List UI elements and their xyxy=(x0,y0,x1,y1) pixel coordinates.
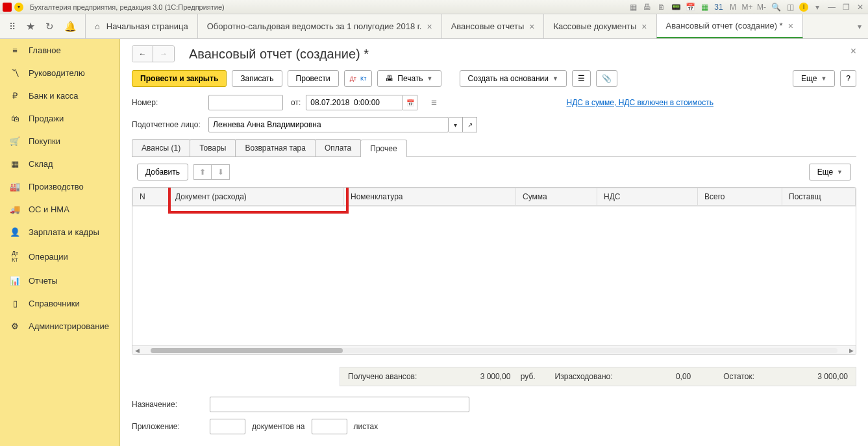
sidebar-item-catalogs[interactable]: ▯Справочники xyxy=(0,292,119,315)
sidebar-item-operations[interactable]: ДтКтОперации xyxy=(0,243,119,269)
print-button[interactable]: 🖶Печать▼ xyxy=(377,70,441,87)
page-close-icon[interactable]: × xyxy=(850,45,856,57)
purpose-input[interactable] xyxy=(210,397,469,412)
attach-button[interactable]: 📎 xyxy=(596,70,617,87)
notifications-icon[interactable]: 🔔 xyxy=(64,21,77,32)
col-doc[interactable]: Документ (расхода) xyxy=(169,188,344,206)
subtab-payment[interactable]: Оплата xyxy=(315,139,361,156)
tab-0-close-icon[interactable]: × xyxy=(427,21,432,32)
favorites-icon[interactable]: ★ xyxy=(26,20,35,32)
boxes-icon: ▦ xyxy=(9,159,21,169)
post-and-close-button[interactable]: Провести и закрыть xyxy=(132,70,227,87)
sidebar-item-assets[interactable]: 🚚ОС и НМА xyxy=(0,198,119,221)
more-button[interactable]: Еще▼ xyxy=(793,70,835,87)
tab-1-close-icon[interactable]: × xyxy=(529,21,534,32)
bars-icon: 📊 xyxy=(9,276,21,286)
maximize-icon[interactable]: ❐ xyxy=(841,2,851,12)
tab-3-close-icon[interactable]: × xyxy=(788,21,793,31)
move-up-button[interactable]: ⬆ xyxy=(193,164,212,180)
tab-2-label: Кассовые документы xyxy=(553,21,636,31)
sidebar-item-production[interactable]: 🏭Производство xyxy=(0,175,119,198)
post-button[interactable]: Провести xyxy=(288,70,339,87)
from-label: от: xyxy=(291,98,301,107)
col-total[interactable]: Всего xyxy=(698,188,782,206)
person-open-button[interactable]: ↗ xyxy=(463,117,477,132)
grid-icon[interactable]: ▦ xyxy=(699,2,710,12)
vat-link[interactable]: НДС в сумме, НДС включен в стоимость xyxy=(566,98,713,107)
add-button[interactable]: Добавить xyxy=(137,164,188,180)
search-doc-icon[interactable]: 🗎 xyxy=(656,2,667,12)
tab-2[interactable]: Кассовые документы × xyxy=(543,14,656,38)
calendar-icon[interactable]: 📅 xyxy=(685,2,695,12)
help-button[interactable]: ? xyxy=(840,70,856,87)
number-input[interactable] xyxy=(208,95,283,110)
sidebar-item-hr[interactable]: 👤Зарплата и кадры xyxy=(0,221,119,243)
subtab-packaging[interactable]: Возвратная тара xyxy=(235,139,316,156)
list-icon[interactable]: ☰ xyxy=(427,95,441,110)
col-vat[interactable]: НДС xyxy=(597,188,698,206)
subtab-advances[interactable]: Авансы (1) xyxy=(132,139,190,156)
col-n[interactable]: N xyxy=(133,188,169,206)
tab-1-label: Авансовые отчеты xyxy=(451,21,525,31)
calc-icon[interactable]: 📟 xyxy=(671,2,681,12)
sidebar-item-purchases[interactable]: 🛒Покупки xyxy=(0,130,119,153)
apps-icon[interactable]: ⠿ xyxy=(9,21,16,32)
scroll-thumb[interactable] xyxy=(151,348,343,353)
person-label: Подотчетное лицо: xyxy=(132,120,203,129)
panel-icon[interactable]: ◫ xyxy=(785,2,795,12)
structure-button[interactable]: ☰ xyxy=(572,70,591,87)
history-icon[interactable]: ↻ xyxy=(45,21,54,32)
balance-value: 3 000,00 xyxy=(817,372,848,381)
print-icon[interactable]: 🖶 xyxy=(642,2,652,12)
sidebar-label-8: Зарплата и кадры xyxy=(29,227,99,237)
tab-0[interactable]: Оборотно-сальдовая ведомость за 1 полуго… xyxy=(197,14,442,38)
grid-scrollbar[interactable]: ◀ ▶ xyxy=(132,345,856,354)
subtab-goods[interactable]: Товары xyxy=(190,139,236,156)
toolbar-icon-1[interactable]: ▦ xyxy=(628,2,638,12)
sidebar-item-reports[interactable]: 📊Отчеты xyxy=(0,269,119,292)
nav-back-button[interactable]: ← xyxy=(132,46,153,62)
m-plus-btn[interactable]: M+ xyxy=(742,2,752,12)
grid-body[interactable] xyxy=(132,206,856,345)
sidebar-item-bank[interactable]: ₽Банк и касса xyxy=(0,84,119,107)
info-icon[interactable]: i xyxy=(799,3,808,12)
zoom-icon[interactable]: 🔍 xyxy=(771,2,781,12)
col-sum[interactable]: Сумма xyxy=(516,188,597,206)
sidebar-item-manager[interactable]: 〽Руководителю xyxy=(0,62,119,84)
scroll-left-icon[interactable]: ◀ xyxy=(132,347,142,354)
scroll-right-icon[interactable]: ▶ xyxy=(847,347,856,354)
move-down-button[interactable]: ⬇ xyxy=(212,164,230,180)
tab-2-close-icon[interactable]: × xyxy=(641,21,647,32)
m-btn[interactable]: M xyxy=(728,2,738,12)
sheets-count-input[interactable] xyxy=(312,419,347,434)
minimize-icon[interactable]: — xyxy=(826,2,837,12)
sidebar-item-warehouse[interactable]: ▦Склад xyxy=(0,153,119,175)
col-nomen[interactable]: Номенклатура xyxy=(344,188,516,206)
date-input[interactable] xyxy=(306,95,403,110)
sidebar-item-admin[interactable]: ⚙Администрирование xyxy=(0,315,119,338)
tab-3[interactable]: Авансовый отчет (создание) * × xyxy=(656,14,803,38)
tab-1[interactable]: Авансовые отчеты × xyxy=(441,14,545,38)
app-dropdown-icon[interactable]: ▾ xyxy=(14,3,23,12)
sidebar-label-11: Справочники xyxy=(29,299,80,308)
dtkt-button[interactable]: ДтКт xyxy=(344,70,373,87)
person-input[interactable] xyxy=(208,117,449,132)
close-icon[interactable]: ✕ xyxy=(855,2,865,12)
write-button[interactable]: Записать xyxy=(232,70,282,87)
person-dropdown-button[interactable]: ▾ xyxy=(449,117,463,132)
tabbar-menu-icon[interactable]: ▾ xyxy=(858,22,862,31)
m-minus-btn[interactable]: M- xyxy=(756,2,767,12)
sidebar-item-sales[interactable]: 🛍Продажи xyxy=(0,107,119,130)
info-dd-icon[interactable]: ▾ xyxy=(812,2,823,12)
nav-forward-button[interactable]: → xyxy=(153,46,174,62)
create-based-button[interactable]: Создать на основании▼ xyxy=(460,70,567,87)
tab-home[interactable]: ⌂ Начальная страница xyxy=(85,14,198,38)
sub-more-button[interactable]: Еще▼ xyxy=(809,164,851,180)
docs-count-input[interactable] xyxy=(210,419,245,434)
calendar-button[interactable]: 📅 xyxy=(403,95,417,110)
subtab-other[interactable]: Прочее xyxy=(360,140,406,157)
sidebar-item-main[interactable]: ≡Главное xyxy=(0,39,119,62)
col-supplier[interactable]: Поставщ xyxy=(782,188,856,206)
sidebar-label-2: Банк и касса xyxy=(29,91,79,101)
date-icon[interactable]: 31 xyxy=(713,2,724,12)
